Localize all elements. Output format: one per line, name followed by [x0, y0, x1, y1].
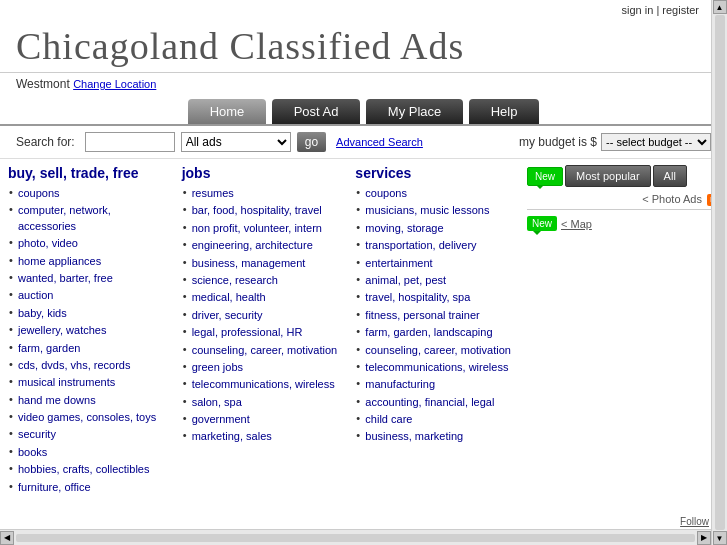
search-bar: Search for: All ads go Advanced Search m… [0, 126, 727, 159]
go-button[interactable]: go [297, 132, 326, 152]
scroll-right-arrow[interactable]: ▶ [697, 531, 711, 545]
list-item: auction [8, 287, 172, 304]
search-dropdown[interactable]: All ads [181, 132, 291, 152]
list-item: bar, food, hospitality, travel [182, 202, 346, 219]
list-item: musical instruments [8, 374, 172, 391]
buy-sell-link[interactable]: video games, consoles, toys [18, 411, 156, 423]
site-title: Chicagoland Classified Ads [16, 24, 711, 68]
list-item: legal, professional, HR [182, 324, 346, 341]
advanced-search-link[interactable]: Advanced Search [336, 136, 423, 148]
services-link[interactable]: telecommunications, wireless [365, 361, 508, 373]
hand-me-downs-link[interactable]: hand me downs [18, 394, 96, 406]
list-item: farm, garden [8, 340, 172, 357]
services-link[interactable]: accounting, financial, legal [365, 396, 494, 408]
list-item: travel, hospitality, spa [355, 289, 519, 306]
nav-home[interactable]: Home [188, 99, 267, 124]
jobs-link[interactable]: salon, spa [192, 396, 242, 408]
services-link[interactable]: moving, storage [365, 222, 443, 234]
jobs-link[interactable]: telecommunications, wireless [192, 378, 335, 390]
list-item: counseling, career, motivation [182, 342, 346, 359]
services-link[interactable]: musicians, music lessons [365, 204, 489, 216]
buy-sell-link[interactable]: home appliances [18, 255, 101, 267]
services-link[interactable]: entertainment [365, 257, 432, 269]
location-bar: Westmont Change Location [0, 73, 727, 95]
all-filter-button[interactable]: All [653, 165, 687, 187]
jobs-link[interactable]: legal, professional, HR [192, 326, 303, 338]
list-item: government [182, 411, 346, 428]
buy-sell-link[interactable]: baby, kids [18, 307, 67, 319]
services-link[interactable]: fitness, personal trainer [365, 309, 479, 321]
services-title: services [355, 165, 519, 181]
services-link[interactable]: business, marketing [365, 430, 463, 442]
list-item: wanted, barter, free [8, 270, 172, 287]
jobs-link[interactable]: green jobs [192, 361, 243, 373]
list-item: furniture, office [8, 479, 172, 496]
scroll-down-arrow[interactable]: ▼ [713, 531, 727, 545]
child-care-link[interactable]: child care [365, 413, 412, 425]
scroll-left-arrow[interactable]: ◀ [0, 531, 14, 545]
services-link[interactable]: travel, hospitality, spa [365, 291, 470, 303]
nav-bar: Home Post Ad My Place Help [0, 95, 727, 126]
jobs-link[interactable]: government [192, 413, 250, 425]
register-link[interactable]: register [662, 4, 699, 16]
jobs-link[interactable]: driver, security [192, 309, 263, 321]
buy-sell-link[interactable]: cds, dvds, vhs, records [18, 359, 131, 371]
map-link[interactable]: < Map [561, 218, 592, 230]
jobs-link[interactable]: science, research [192, 274, 278, 286]
list-item: transportation, delivery [355, 237, 519, 254]
list-item: coupons [8, 185, 172, 202]
list-item: books [8, 444, 172, 461]
buy-sell-link[interactable]: jewellery, watches [18, 324, 106, 336]
buy-sell-link[interactable]: musical instruments [18, 376, 115, 388]
jobs-link[interactable]: engineering, architecture [192, 239, 313, 251]
change-location-link[interactable]: Change Location [73, 78, 156, 90]
services-link[interactable]: coupons [365, 187, 407, 199]
jobs-link[interactable]: business, management [192, 257, 306, 269]
services-link[interactable]: animal, pet, pest [365, 274, 446, 286]
list-item: telecommunications, wireless [182, 376, 346, 393]
list-item: science, research [182, 272, 346, 289]
buy-sell-link[interactable]: hobbies, crafts, collectibles [18, 463, 149, 475]
search-label: Search for: [16, 135, 75, 149]
services-link[interactable]: farm, garden, landscaping [365, 326, 492, 338]
services-list: coupons musicians, music lessons moving,… [355, 185, 519, 446]
services-link[interactable]: transportation, delivery [365, 239, 476, 251]
list-item: hobbies, crafts, collectibles [8, 461, 172, 478]
buy-sell-link[interactable]: computer, network, accessories [18, 204, 111, 231]
buy-sell-link[interactable]: farm, garden [18, 342, 80, 354]
scroll-up-arrow[interactable]: ▲ [713, 0, 727, 14]
photo-ads-link[interactable]: < Photo Ads [642, 193, 702, 205]
list-item: engineering, architecture [182, 237, 346, 254]
nav-post-ad[interactable]: Post Ad [272, 99, 361, 124]
services-link[interactable]: counseling, career, motivation [365, 344, 511, 356]
header: Chicagoland Classified Ads [0, 18, 727, 73]
buy-sell-link[interactable]: photo, video [18, 237, 78, 249]
jobs-link[interactable]: resumes [192, 187, 234, 199]
search-input[interactable] [85, 132, 175, 152]
city-name: Westmont [16, 77, 70, 91]
buy-sell-link[interactable]: coupons [18, 187, 60, 199]
services-link[interactable]: manufacturing [365, 378, 435, 390]
buy-sell-link[interactable]: security [18, 428, 56, 440]
buy-sell-link[interactable]: auction [18, 289, 53, 301]
nav-my-place[interactable]: My Place [366, 99, 463, 124]
budget-select[interactable]: -- select budget -- [601, 133, 711, 151]
list-item: salon, spa [182, 394, 346, 411]
jobs-link[interactable]: marketing, sales [192, 430, 272, 442]
jobs-link[interactable]: medical, health [192, 291, 266, 303]
buy-sell-link[interactable]: wanted, barter, free [18, 272, 113, 284]
sign-in-link[interactable]: sign in [622, 4, 654, 16]
buy-sell-link[interactable]: furniture, office [18, 481, 91, 493]
follow-link[interactable]: Follow [680, 516, 709, 527]
buy-sell-link[interactable]: books [18, 446, 47, 458]
jobs-link[interactable]: bar, food, hospitality, travel [192, 204, 322, 216]
new-filter-button[interactable]: New [527, 167, 563, 186]
jobs-link[interactable]: non profit, volunteer, intern [192, 222, 322, 234]
most-popular-filter-button[interactable]: Most popular [565, 165, 651, 187]
list-item: child care [355, 411, 519, 428]
list-item: photo, video [8, 235, 172, 252]
jobs-link[interactable]: counseling, career, motivation [192, 344, 338, 356]
list-item: hand me downs [8, 392, 172, 409]
list-item: green jobs [182, 359, 346, 376]
nav-help[interactable]: Help [469, 99, 540, 124]
